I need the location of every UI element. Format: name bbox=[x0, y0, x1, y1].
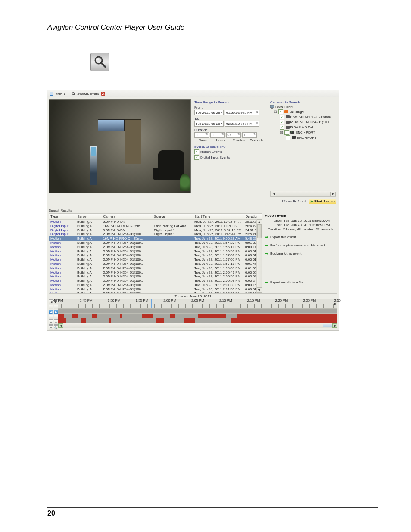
table-row[interactable]: MotionBuildingA2.0MP-HD-H264-D1(100...Tu… bbox=[49, 245, 262, 249]
start-search-button[interactable]: ▶Start Search bbox=[309, 199, 336, 204]
table-row[interactable]: MotionBuildingA2.0MP-HD-H264-D1(100...Tu… bbox=[49, 249, 262, 254]
tl-scroll-right[interactable]: ▶ bbox=[332, 323, 337, 328]
from-date-input[interactable]: Tue 2011-06-28 bbox=[194, 110, 224, 115]
days-input[interactable]: 0 bbox=[194, 132, 209, 138]
tl-row2a[interactable]: + bbox=[49, 315, 53, 320]
camera-icon bbox=[286, 126, 290, 129]
scroll-left-icon[interactable]: ◀ bbox=[271, 192, 276, 196]
scroll-right-icon[interactable]: ▶ bbox=[330, 192, 336, 196]
export-event-link[interactable]: ➡Export this event bbox=[265, 235, 337, 240]
tl-minus[interactable]: − bbox=[54, 305, 59, 309]
table-row[interactable]: Digital InputBuildingA5.0MP-HD-DNDigital… bbox=[49, 228, 262, 233]
pixel-search-label: Perform a pixel search on this event bbox=[270, 243, 325, 247]
svg-point-13 bbox=[293, 137, 293, 138]
col-server[interactable]: Server bbox=[76, 214, 102, 220]
table-row[interactable]: MotionBuildingA2.0MP-HD-H264-D1(100...Tu… bbox=[49, 241, 262, 245]
table-row[interactable]: MotionBuildingA2.0MP-HD-H264-D1(100...Tu… bbox=[49, 279, 262, 283]
timeline-tick: 1:55 PM bbox=[135, 299, 148, 302]
tl-zoom-icon[interactable]: 🔍 bbox=[54, 325, 59, 330]
to-label: To: bbox=[194, 117, 265, 121]
search-tab-icon bbox=[72, 92, 75, 96]
table-row[interactable]: MotionBuildingA2.0MP-HD-H264-D1(100...Tu… bbox=[49, 258, 262, 262]
event-detail: Motion Event Start:Tue, Jun 28, 2011 9:5… bbox=[264, 213, 337, 293]
tl-zoom-out[interactable]: − bbox=[49, 325, 53, 330]
track-3[interactable] bbox=[58, 318, 337, 323]
timeline-cursor[interactable] bbox=[151, 299, 152, 308]
time-range-title: Time Range to Search: bbox=[194, 100, 265, 104]
table-row[interactable]: MotionBuildingA2.0MP-HD-H264-D1(100...Tu… bbox=[49, 266, 262, 271]
detail-duration: 5 hours, 48 minutes, 22 seconds bbox=[283, 227, 333, 231]
digital-events-label: Digital Input Events bbox=[200, 156, 230, 159]
col-start[interactable]: Start Time bbox=[193, 214, 244, 220]
table-row[interactable]: MotionBuildingA2.0MP-HD-H264-D1(100...Tu… bbox=[49, 262, 262, 266]
camera-tree[interactable]: Local Client ⊟✓BuildingA ✓16MP-HD-PRO-C … bbox=[270, 105, 336, 140]
days-sublabel: Days bbox=[194, 138, 211, 142]
digital-events-check[interactable]: ✓Digital Input Events bbox=[194, 155, 265, 160]
tl-row1a[interactable]: ◀ bbox=[49, 310, 53, 314]
tl-row3b[interactable]: − bbox=[54, 320, 59, 325]
table-row[interactable]: MotionBuildingA2.0MP-HD-H264-D1(100...Tu… bbox=[49, 292, 262, 293]
timeline-date: Tuesday, June 28, 2011 bbox=[49, 294, 337, 299]
results-table[interactable]: Type Server Camera Source Start Time Dur… bbox=[49, 214, 262, 293]
table-row[interactable]: MotionBuildingA2.0MP-HD-H264-D1(100...Tu… bbox=[49, 274, 262, 279]
results-vscroll[interactable]: ▲ ▼ bbox=[256, 219, 262, 293]
motion-events-check[interactable]: ✓Motion Events bbox=[194, 149, 265, 154]
to-time-input[interactable]: 02:21:10.747 PM bbox=[225, 121, 259, 127]
timeline-hscroll[interactable]: ◀ ▶ bbox=[58, 323, 337, 328]
table-row[interactable]: MotionBuildingA16MP-HD-PRO-C - 85m...Tue… bbox=[49, 236, 262, 241]
client-icon bbox=[270, 105, 274, 109]
camera-icon bbox=[286, 121, 290, 124]
table-row[interactable]: MotionBuildingA2.0MP-HD-H264-D1(100...Tu… bbox=[49, 253, 262, 258]
scroll-down-icon[interactable]: ▼ bbox=[257, 287, 262, 293]
minutes-input[interactable]: 26 bbox=[226, 132, 241, 138]
timeline-tracks[interactable] bbox=[58, 308, 337, 323]
to-date-input[interactable]: Tue 2011-06-28 bbox=[194, 121, 224, 127]
tl-plus[interactable]: + bbox=[49, 305, 53, 309]
svg-rect-12 bbox=[292, 136, 296, 139]
svg-line-6 bbox=[74, 94, 75, 96]
timeline-tick: 2:25 PM bbox=[303, 299, 316, 302]
table-row[interactable]: MotionBuildingA2.0MP-HD-H264-D1(100...Tu… bbox=[49, 271, 262, 275]
tree-hscroll[interactable]: ◀ ▶ bbox=[270, 191, 336, 197]
col-camera[interactable]: Camera bbox=[102, 214, 153, 220]
tl-scroll-left[interactable]: ◀ bbox=[58, 323, 63, 328]
tl-scroll-thumb[interactable] bbox=[323, 324, 332, 327]
pixel-search-link[interactable]: ➡Perform a pixel search on this event bbox=[265, 243, 337, 248]
scroll-thumb[interactable] bbox=[257, 224, 262, 238]
table-row[interactable]: Digital InputBuildingA16MP-HD-PRO-C - 85… bbox=[49, 224, 262, 228]
table-row[interactable]: MotionBuildingA2.0MP-HD-H264-D1(100...Tu… bbox=[49, 287, 262, 292]
tab-view[interactable]: View 1 bbox=[50, 92, 65, 96]
from-label: From: bbox=[194, 106, 265, 109]
motion-events-label: Motion Events bbox=[200, 150, 222, 154]
tab-search[interactable]: Search: Event bbox=[72, 92, 105, 96]
tl-prev[interactable]: ◀ bbox=[49, 299, 53, 304]
track-1[interactable] bbox=[58, 308, 337, 313]
close-icon[interactable] bbox=[101, 92, 105, 96]
bookmark-link[interactable]: ➡Bookmark this event bbox=[265, 251, 337, 256]
table-row[interactable]: Digital InputBuildingA2.0MP-HD-H264-D1(1… bbox=[49, 232, 262, 236]
col-type[interactable]: Type bbox=[49, 214, 76, 220]
app-screenshot: View 1 Search: Event bbox=[47, 90, 339, 331]
timeline-ruler[interactable]: 40 PM1:45 PM1:50 PM1:55 PM2:00 PM2:05 PM… bbox=[58, 299, 337, 308]
server-icon bbox=[284, 110, 288, 113]
tl-row3a[interactable]: + bbox=[49, 320, 53, 325]
detail-title: Motion Event bbox=[265, 214, 337, 218]
cam-0: 16MP-HD-PRO-C - 85mm bbox=[291, 115, 331, 119]
timeline-tick: 1:50 PM bbox=[108, 299, 121, 302]
hours-input[interactable]: 0 bbox=[210, 132, 225, 138]
search-parameters: Time Range to Search: From: Tue 2011-06-… bbox=[193, 99, 267, 206]
detail-end: Tue, Jun 28, 2011 3:38:51 PM bbox=[283, 223, 330, 227]
camera-icon bbox=[286, 115, 290, 118]
table-row[interactable]: MotionBuildingA2.0MP-HD-H264-D1(100...Tu… bbox=[49, 283, 262, 287]
col-duration[interactable]: Duration bbox=[244, 214, 262, 220]
track-2[interactable] bbox=[58, 313, 337, 318]
from-time-input[interactable]: 01:55:03.945 PM bbox=[225, 110, 259, 115]
col-source[interactable]: Source bbox=[153, 214, 193, 220]
tl-row1b[interactable]: ▶ bbox=[54, 310, 59, 314]
seconds-input[interactable]: 7 bbox=[242, 132, 257, 138]
tl-row2b[interactable]: − bbox=[54, 315, 59, 320]
video-preview[interactable] bbox=[49, 99, 191, 193]
table-row[interactable]: MotionBuildingA5.0MP-HD-DNMon, Jun 27, 2… bbox=[49, 220, 262, 224]
export-results-link[interactable]: ➡Export results to a file bbox=[265, 280, 337, 285]
detail-dur-label: Duration: bbox=[265, 227, 282, 231]
